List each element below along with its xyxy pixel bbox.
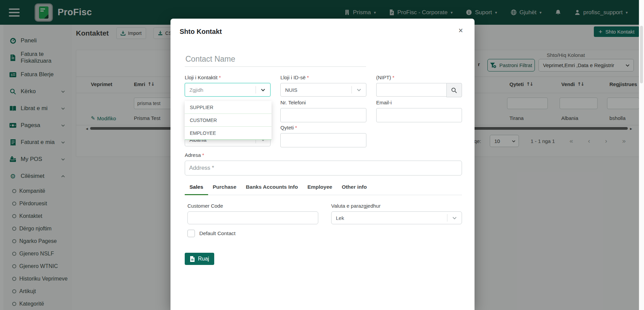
dropdown-option-supplier[interactable]: SUPPLIER	[185, 101, 271, 114]
modal-title: Shto Kontakt	[180, 28, 464, 36]
nipt-input[interactable]	[376, 83, 446, 97]
page-scrollbar[interactable]	[639, 0, 644, 310]
email-input[interactable]	[376, 108, 462, 122]
id-type-label: Lloji i ID-së*	[280, 75, 366, 80]
default-contact-row: Default Contact	[185, 230, 462, 237]
tab-employee[interactable]: Employee	[303, 184, 337, 195]
contact-tabs: Sales Purchase Banks Accounts Info Emplo…	[185, 184, 462, 195]
contact-type-select[interactable]: Zgjidh	[185, 83, 270, 97]
tab-purchase[interactable]: Purchase	[208, 184, 241, 195]
default-contact-checkbox[interactable]	[187, 230, 195, 237]
close-icon[interactable]: ×	[459, 27, 463, 35]
phone-input[interactable]	[280, 108, 366, 122]
save-button[interactable]: Ruaj	[185, 253, 214, 265]
currency-select[interactable]: Lek	[331, 211, 462, 224]
tab-other-info[interactable]: Other info	[337, 184, 371, 195]
search-icon	[451, 87, 457, 93]
scrollbar-thumb[interactable]	[640, 26, 643, 83]
contact-type-label: Lloji i Kontaktit*	[185, 75, 270, 80]
chevron-down-icon	[352, 87, 366, 92]
default-contact-label: Default Contact	[199, 230, 236, 236]
dropdown-option-employee[interactable]: EMPLOYEE	[185, 127, 271, 139]
contact-name-input[interactable]	[185, 51, 366, 67]
add-contact-modal: Shto Kontakt × Lloji i Kontaktit* Zgjidh…	[170, 19, 475, 310]
email-label: Email-i	[376, 100, 462, 105]
chevron-down-icon	[447, 215, 462, 221]
phone-label: Nr. Telefoni	[280, 100, 366, 105]
tab-banks-accounts-info[interactable]: Banks Accounts Info	[241, 184, 303, 195]
nipt-search-button[interactable]	[446, 83, 462, 97]
currency-label: Valuta e parazgjedhur	[331, 203, 462, 209]
city-input[interactable]	[280, 133, 366, 147]
id-type-select[interactable]: NUIS	[280, 83, 366, 97]
customer-code-label: Customer Code	[187, 203, 318, 209]
dropdown-option-customer[interactable]: CUSTOMER	[185, 114, 271, 127]
contact-type-dropdown: SUPPLIER CUSTOMER EMPLOYEE	[185, 101, 271, 140]
save-file-icon	[190, 256, 195, 262]
city-label: Qyteti*	[280, 125, 366, 130]
address-label: Adresa*	[185, 152, 462, 158]
nipt-label: (NIPT)*	[376, 75, 462, 80]
customer-code-input[interactable]	[187, 211, 318, 224]
tab-sales[interactable]: Sales	[185, 184, 208, 195]
sales-tab-pane: Customer Code Valuta e parazgjedhur Lek	[185, 203, 462, 224]
address-input[interactable]	[185, 161, 462, 175]
chevron-down-icon	[256, 87, 270, 92]
